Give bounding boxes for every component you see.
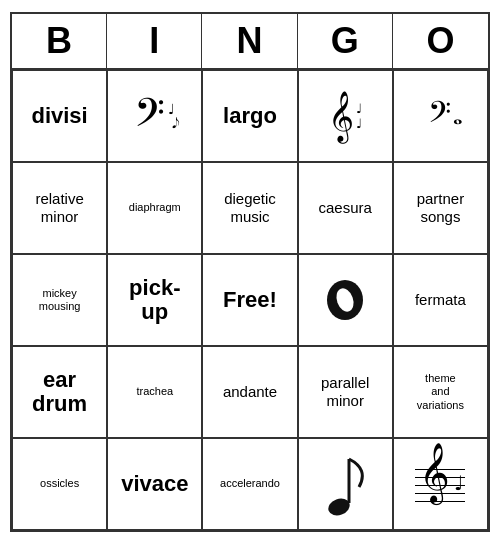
cell-r5c4 [298,438,393,530]
cell-r1c3: largo [202,70,297,162]
cell-r5c2-text: vivace [121,472,188,496]
header-g: G [298,14,393,68]
cell-r3c3-text: Free! [223,287,277,313]
cell-r2c3-text: diegeticmusic [224,190,276,226]
cell-r4c2: trachea [107,346,202,438]
cell-r5c2: vivace [107,438,202,530]
cell-r4c1: eardrum [12,346,107,438]
cell-r3c4 [298,254,393,346]
cell-r4c2-text: trachea [136,385,173,398]
header-n: N [202,14,297,68]
cell-r1c2-symbol: 𝄢 ♩ 𝅘𝅥𝅮 [134,86,175,146]
cell-r1c4: 𝄞 ♩ ♩ [298,70,393,162]
cell-r1c2: 𝄢 ♩ 𝅘𝅥𝅮 [107,70,202,162]
cell-r3c1: mickeymousing [12,254,107,346]
cell-r3c1-text: mickeymousing [39,287,81,313]
header-b: B [12,14,107,68]
cell-r3c2-text: pick-up [129,276,180,324]
cell-r2c4: caesura [298,162,393,254]
cell-r5c5-inner: 𝄞 ♩ [398,445,483,523]
cell-r2c2: diaphragm [107,162,202,254]
cell-r4c5: themeandvariations [393,346,488,438]
treble-clef-glyph: 𝄞 [419,447,450,499]
cell-r1c3-text: largo [223,104,277,128]
cell-r2c4-text: caesura [319,199,372,217]
cell-r2c5-text: partnersongs [417,190,465,226]
bass-notes: ♩ 𝅘𝅥𝅮 [168,102,175,130]
cell-r1c5-symbol: 𝄢 𝅝 [428,95,453,137]
cell-r4c3: andante [202,346,297,438]
oval-symbol-svg [323,278,367,322]
svg-text:𝄢: 𝄢 [134,91,164,144]
bingo-header: B I N G O [12,14,488,70]
cell-r4c4-text: parallelminor [321,374,369,410]
cell-r5c3-text: accelerando [220,477,280,490]
cell-r5c3: accelerando [202,438,297,530]
cell-r4c4: parallelminor [298,346,393,438]
cell-r2c5: partnersongs [393,162,488,254]
header-o: O [393,14,488,68]
cell-r2c1-text: relativeminor [35,190,83,226]
cell-r4c5-text: themeandvariations [417,372,464,412]
cell-r5c1-text: ossicles [40,477,79,490]
cell-r2c3: diegeticmusic [202,162,297,254]
bingo-card: B I N G O divisi 𝄢 ♩ 𝅘𝅥𝅮 largo [10,12,490,532]
cell-r3c5-text: fermata [415,291,466,309]
cell-r3c5: fermata [393,254,488,346]
cell-r4c1-text: eardrum [32,368,87,416]
cell-r1c1: divisi [12,70,107,162]
cell-r5c1: ossicles [12,438,107,530]
cell-r3c3-free: Free! [202,254,297,346]
bass-clef-svg: 𝄢 [134,86,164,146]
cell-r2c1: relativeminor [12,162,107,254]
cell-r1c5: 𝄢 𝅝 [393,70,488,162]
cell-r1c4-symbol: 𝄞 ♩ ♩ [328,91,362,142]
eighth-note-svg [325,449,365,519]
cell-r1c1-text: divisi [31,104,87,128]
header-i: I [107,14,202,68]
bingo-grid: divisi 𝄢 ♩ 𝅘𝅥𝅮 largo 𝄞 ♩ [12,70,488,530]
cell-r3c2: pick-up [107,254,202,346]
cell-r2c2-text: diaphragm [129,201,181,214]
cell-r4c3-text: andante [223,383,277,401]
treble-staff: 𝄞 ♩ [415,449,465,519]
cell-r5c5: 𝄞 ♩ [393,438,488,530]
